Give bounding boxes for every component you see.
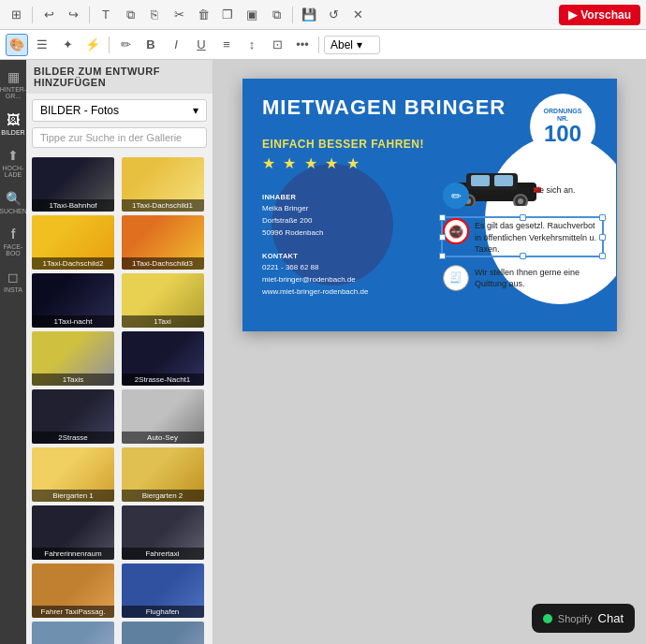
receipt-icon: 🧾 (443, 265, 469, 291)
list-item[interactable]: 1Taxi-Dachschild2 (32, 215, 114, 270)
list-item[interactable]: 2Strasse (32, 389, 114, 444)
shopify-label: Shopify (558, 613, 593, 624)
right-item-nosmoking[interactable]: 🚭 Es gilt das gesetzl. Rauchverbot in öf… (443, 218, 602, 256)
resize-handle-tm[interactable] (520, 214, 526, 221)
text-icon[interactable]: T (95, 5, 116, 25)
refresh-icon[interactable]: ↺ (323, 5, 344, 25)
resize-handle-mr[interactable] (599, 234, 606, 241)
image-grid: 1Taxi-Bahnhof 1Taxi-Dachschild1 1Taxi-Da… (26, 154, 213, 644)
bold-icon[interactable]: B (139, 34, 162, 56)
toolbar-sep-1 (32, 7, 33, 23)
list-item[interactable]: Flughafen (122, 564, 204, 618)
grid-icon[interactable]: ⊞ (6, 5, 26, 25)
text-height-icon[interactable]: ↕ (241, 34, 263, 56)
chevron-down-icon: ▾ (193, 104, 198, 117)
list-item[interactable]: 1Taxi (122, 273, 204, 328)
crop-icon[interactable]: ⊡ (266, 34, 288, 56)
sec-sep-1 (109, 37, 110, 53)
group-icon[interactable]: ▣ (242, 5, 262, 25)
underline-icon[interactable]: U (190, 34, 213, 56)
list-item[interactable]: 1Taxi-Bahnhof (32, 157, 114, 212)
right-item-login: ✏ Bitte schnallen Sie sich an. (443, 183, 602, 209)
order-badge: ORDNUNGS NR. 100 (530, 94, 595, 159)
category-dropdown[interactable]: BILDER - Fotos ▾ (32, 99, 207, 122)
info-box: INHABER Meika Bringer Dorfstraße 200 509… (262, 192, 368, 299)
italic-icon[interactable]: I (165, 34, 187, 56)
align-icon[interactable]: ☰ (31, 34, 53, 56)
sticky-icon[interactable]: ⧉ (120, 5, 140, 25)
chat-status-dot (543, 614, 552, 623)
sparkle-icon[interactable]: ✦ (56, 34, 79, 56)
gallery-search[interactable]: Tippe zur Suche in der Gallerie (32, 127, 207, 148)
resize-handle-br[interactable] (599, 253, 606, 259)
panel-header: BILDER ZUM ENTWURF HINZUFÜGEN (26, 60, 213, 94)
list-item[interactable]: 1Taxis (32, 331, 114, 386)
chat-widget[interactable]: Shopify Chat (532, 604, 635, 633)
list-item[interactable]: Auto-Sey (122, 389, 204, 444)
sidebar-item-hochlade[interactable]: ⬆ HOCH-LADE (2, 144, 24, 182)
left-sidebar: ▦ HINTER-GR... 🖼 BILDER ⬆ HOCH-LADE 🔍 SU… (0, 60, 26, 644)
image-panel: BILDER ZUM ENTWURF HINZUFÜGEN BILDER - F… (26, 60, 213, 644)
toolbar-sep-2 (89, 7, 90, 23)
sidebar-item-suchen[interactable]: 🔍 SUCHEN (2, 183, 24, 221)
second-toolbar: 🎨 ☰ ✦ ⚡ ✏ B I U ≡ ↕ ⊡ ••• Abel ▾ (0, 30, 646, 60)
list-item[interactable]: Fahrerinnenraum (32, 505, 114, 560)
lightning-icon[interactable]: ⚡ (81, 34, 104, 56)
sec-sep-2 (318, 37, 319, 53)
duplicate-icon[interactable]: ❐ (217, 5, 238, 25)
nosmoking-icon: 🚭 (443, 218, 469, 244)
right-item-receipt: 🧾 Wir stellen Ihnen gerne eine Quittung … (443, 265, 602, 291)
design-canvas[interactable]: MIETWAGEN BRINGER EINFACH BESSER FAHREN!… (242, 79, 617, 331)
cut-icon[interactable]: ✂ (169, 5, 189, 25)
more-options-icon[interactable]: ••• (291, 34, 314, 56)
preview-button[interactable]: ▶ Vorschau (559, 5, 640, 25)
list-item[interactable]: Flugzeug (32, 622, 114, 644)
canvas-stars: ★ ★ ★ ★ ★ (262, 154, 361, 172)
pencil-icon[interactable]: ✏ (114, 34, 137, 56)
undo-icon[interactable]: ↩ (38, 5, 59, 25)
login-icon: ✏ (443, 183, 469, 209)
redo-icon[interactable]: ↪ (63, 5, 83, 25)
sidebar-item-instagram[interactable]: ◻ INSTA (2, 262, 24, 300)
canvas-title: MIETWAGEN BRINGER (262, 96, 506, 119)
top-toolbar: ⊞ ↩ ↪ T ⧉ ⎘ ✂ 🗑 ❐ ▣ ⧉ 💾 ↺ ✕ ▶ Vorschau (0, 0, 646, 30)
right-items: ✏ Bitte schnallen Sie sich an. 🚭 Es gilt… (443, 183, 602, 300)
save-icon[interactable]: 💾 (299, 5, 319, 25)
list-item[interactable]: 1Taxi-Dachschild1 (122, 157, 204, 212)
list-item[interactable]: 1Taxi-Dachschild3 (122, 215, 204, 270)
chevron-down-icon: ▾ (357, 38, 362, 51)
canvas-area: MIETWAGEN BRINGER EINFACH BESSER FAHREN!… (213, 60, 646, 644)
delete-icon[interactable]: 🗑 (193, 5, 213, 25)
sidebar-item-facebook[interactable]: f FACE-BOO (2, 223, 24, 260)
resize-handle-ml[interactable] (439, 234, 446, 241)
resize-handle-bm[interactable] (520, 253, 526, 259)
eye-icon: ▶ (568, 8, 577, 22)
resize-handle-tr[interactable] (599, 214, 606, 221)
align-center-icon[interactable]: ≡ (215, 34, 238, 56)
close-icon[interactable]: ✕ (347, 5, 368, 25)
paint-bucket-icon[interactable]: 🎨 (6, 34, 28, 56)
list-item[interactable]: Biergarten 2 (122, 447, 204, 502)
toolbar-sep-3 (292, 7, 293, 23)
list-item[interactable]: 2Strasse-Nacht1 (122, 331, 204, 386)
list-item[interactable]: Fahrer TaxiPassag. (32, 564, 114, 618)
sidebar-item-bilder[interactable]: 🖼 BILDER (2, 105, 24, 142)
canvas-subtitle: EINFACH BESSER FAHREN! (262, 138, 424, 151)
copy-icon[interactable]: ⎘ (144, 5, 165, 25)
list-item[interactable]: 1Taxi-nacht (32, 273, 114, 328)
font-selector[interactable]: Abel ▾ (324, 36, 380, 54)
resize-handle-tl[interactable] (439, 214, 446, 221)
main-content: ▦ HINTER-GR... 🖼 BILDER ⬆ HOCH-LADE 🔍 SU… (0, 60, 646, 644)
list-item[interactable]: Flugzeug (122, 622, 204, 644)
resize-handle-bl[interactable] (439, 253, 446, 259)
chat-label: Chat (598, 611, 624, 625)
layers-icon[interactable]: ⧉ (266, 5, 286, 25)
list-item[interactable]: Biergarten 1 (32, 447, 114, 502)
list-item[interactable]: Fahrertaxi (122, 505, 204, 560)
sidebar-item-hintergrunde[interactable]: ▦ HINTER-GR... (2, 66, 24, 103)
